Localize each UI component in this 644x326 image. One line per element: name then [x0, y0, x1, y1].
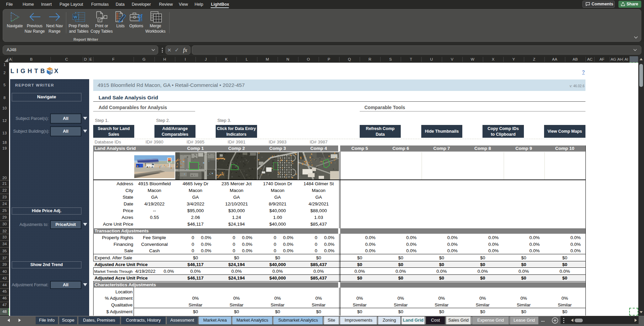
svg-text:W: W: [73, 15, 77, 20]
svg-text:B: B: [50, 71, 52, 74]
